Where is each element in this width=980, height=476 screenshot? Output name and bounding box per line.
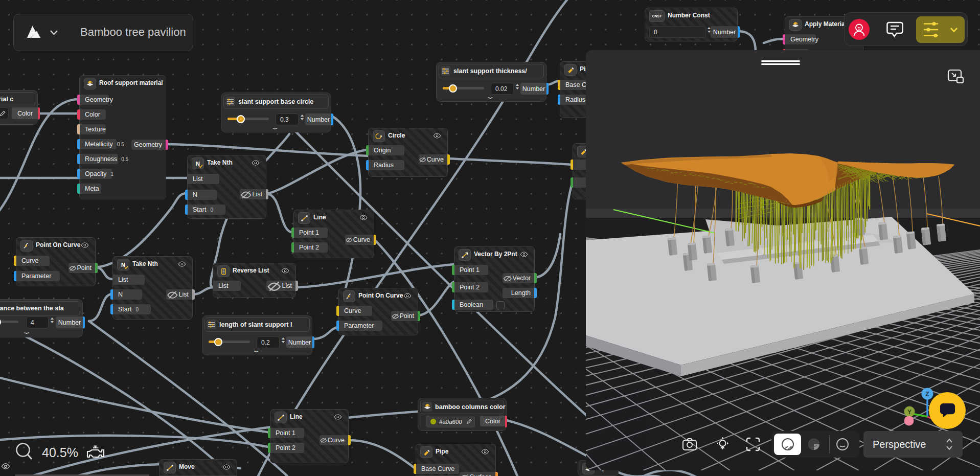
svg-text:Z: Z bbox=[925, 391, 929, 398]
svg-text:Y: Y bbox=[907, 409, 911, 416]
